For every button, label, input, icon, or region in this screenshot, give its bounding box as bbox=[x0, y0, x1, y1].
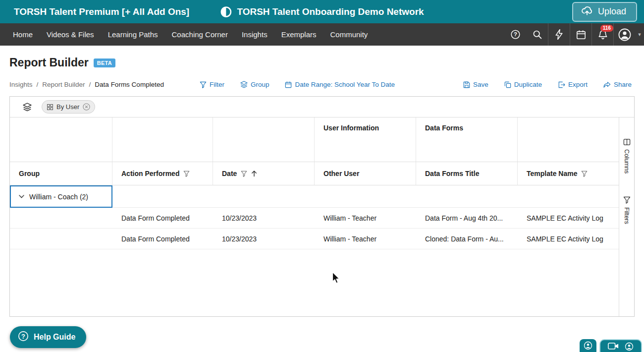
page-title-row: Report Builder BETA bbox=[9, 56, 635, 69]
table-row[interactable]: Data Form Completed 10/23/2023 William -… bbox=[10, 208, 619, 229]
help-guide-button[interactable]: ? Help Guide bbox=[10, 326, 86, 348]
group-header-empty bbox=[112, 117, 213, 162]
empty-cell bbox=[315, 185, 416, 208]
share-label: Share bbox=[614, 81, 632, 88]
notifications-bell-icon[interactable]: 116 bbox=[591, 23, 613, 46]
share-icon bbox=[603, 81, 611, 88]
nav-icon-cluster: ? 116 ▾ bbox=[504, 23, 644, 46]
report-table-container: By User User Information Data Forms bbox=[9, 96, 635, 317]
help-circle-icon: ? bbox=[18, 331, 29, 344]
nav-item-learning-paths[interactable]: Learning Paths bbox=[101, 23, 165, 46]
group-row-william-coach[interactable]: William - Coach (2) bbox=[10, 185, 112, 208]
empty-cell bbox=[10, 229, 112, 249]
group-row: William - Coach (2) bbox=[10, 185, 619, 208]
export-button[interactable]: Export bbox=[558, 81, 588, 88]
calendar-icon[interactable] bbox=[570, 23, 591, 46]
notification-count-badge: 116 bbox=[600, 25, 613, 32]
grouping-layers-icon[interactable] bbox=[23, 103, 32, 112]
person-icon bbox=[584, 341, 592, 350]
cell-data-forms-title: Cloned: Data Form - Au... bbox=[416, 229, 518, 249]
columns-panel-tab[interactable]: Columns bbox=[623, 138, 631, 174]
save-button[interactable]: Save bbox=[463, 81, 488, 88]
export-icon bbox=[558, 81, 565, 88]
person-icon bbox=[625, 342, 634, 351]
profile-chevron-down-icon[interactable]: ▾ bbox=[635, 23, 644, 46]
upload-label: Upload bbox=[598, 6, 626, 17]
help-guide-label: Help Guide bbox=[34, 333, 75, 342]
column-header-date[interactable]: Date bbox=[213, 162, 315, 185]
filter-label: Filter bbox=[210, 81, 224, 88]
group-by-user-chip[interactable]: By User bbox=[42, 100, 95, 114]
export-label: Export bbox=[568, 81, 588, 88]
breadcrumb-report-builder[interactable]: Report Builder bbox=[42, 81, 85, 88]
column-header-template-name[interactable]: Template Name bbox=[518, 162, 619, 185]
top-bar: TORSH Talent Premium [+ All Add Ons] TOR… bbox=[0, 0, 644, 23]
user-avatar[interactable] bbox=[613, 23, 635, 46]
header-group-row: User Information Data Forms bbox=[10, 117, 619, 162]
grid-icon bbox=[47, 104, 53, 110]
filter-button[interactable]: Filter bbox=[200, 81, 224, 88]
upload-button[interactable]: Upload bbox=[572, 2, 637, 22]
app-window: TORSH Talent Premium [+ All Add Ons] TOR… bbox=[0, 0, 644, 352]
video-camera-icon bbox=[608, 342, 619, 350]
share-button[interactable]: Share bbox=[603, 81, 632, 88]
nav-item-insights[interactable]: Insights bbox=[235, 23, 274, 46]
report-file-actions: Save Duplicate Export Share bbox=[463, 81, 632, 88]
column-header-action-performed[interactable]: Action Performed bbox=[112, 162, 213, 185]
cell-template-name: SAMPLE EC Activity Log bbox=[518, 208, 619, 228]
filters-panel-tab[interactable]: Filters bbox=[623, 196, 631, 224]
duplicate-button[interactable]: Duplicate bbox=[504, 81, 542, 88]
nav-item-home[interactable]: Home bbox=[6, 23, 40, 46]
support-widget-button[interactable] bbox=[580, 339, 596, 352]
duplicate-label: Duplicate bbox=[514, 81, 542, 88]
filter-funnel-icon[interactable] bbox=[581, 171, 588, 177]
torsh-logo-icon bbox=[220, 6, 232, 18]
save-icon bbox=[463, 81, 470, 88]
video-call-widget-button[interactable] bbox=[599, 339, 642, 352]
nav-item-coaching-corner[interactable]: Coaching Corner bbox=[165, 23, 235, 46]
column-header-group[interactable]: Group bbox=[10, 162, 112, 185]
nav-item-exemplars[interactable]: Exemplars bbox=[274, 23, 323, 46]
group-header-empty bbox=[518, 117, 619, 162]
table-wrap: User Information Data Forms Group Action… bbox=[10, 117, 634, 316]
main-nav: Home Videos & Files Learning Paths Coach… bbox=[0, 23, 644, 46]
cell-template-name: SAMPLE EC Activity Log bbox=[518, 229, 619, 249]
cell-other-user: William - Teacher bbox=[315, 208, 416, 228]
duplicate-icon bbox=[504, 81, 511, 88]
column-header-data-forms-title[interactable]: Data Forms Title bbox=[416, 162, 518, 185]
upload-cloud-icon bbox=[581, 5, 593, 18]
chip-close-icon[interactable] bbox=[83, 103, 90, 111]
nav-item-community[interactable]: Community bbox=[323, 23, 375, 46]
cell-data-forms-title: Data Form - Aug 4th 20... bbox=[416, 208, 518, 228]
filter-funnel-icon[interactable] bbox=[241, 171, 247, 177]
group-header-empty bbox=[10, 117, 112, 162]
main-content: Report Builder BETA Insights / Report Bu… bbox=[0, 56, 644, 317]
chip-label: By User bbox=[56, 103, 79, 111]
breadcrumb-insights[interactable]: Insights bbox=[9, 81, 33, 88]
network-title: TORSH Talent Onboarding Demo Network bbox=[237, 6, 424, 17]
report-config-actions: Filter Group Date Range: School Year To … bbox=[200, 81, 395, 88]
breadcrumb-separator: / bbox=[89, 81, 91, 88]
filter-funnel-icon bbox=[200, 81, 207, 88]
table-row[interactable]: Data Form Completed 10/23/2023 William -… bbox=[10, 229, 619, 249]
cell-date: 10/23/2023 bbox=[213, 208, 315, 228]
svg-text:?: ? bbox=[514, 31, 517, 37]
search-icon[interactable] bbox=[526, 23, 548, 46]
breadcrumb: Insights / Report Builder / Data Forms C… bbox=[9, 81, 164, 88]
cell-other-user: William - Teacher bbox=[315, 229, 416, 249]
date-range-button[interactable]: Date Range: School Year To Date bbox=[285, 81, 395, 88]
cell-action-performed: Data Form Completed bbox=[112, 208, 213, 228]
empty-cell bbox=[518, 185, 619, 208]
layers-icon bbox=[240, 81, 248, 88]
group-button[interactable]: Group bbox=[240, 81, 269, 88]
empty-cell bbox=[112, 185, 213, 208]
column-header-other-user[interactable]: Other User bbox=[315, 162, 416, 185]
quick-actions-bolt-icon[interactable] bbox=[548, 23, 570, 46]
chevron-down-icon bbox=[19, 195, 24, 198]
sort-ascending-icon[interactable] bbox=[251, 170, 257, 177]
help-icon[interactable]: ? bbox=[504, 23, 526, 46]
filter-funnel-icon[interactable] bbox=[183, 171, 190, 177]
nav-item-videos-files[interactable]: Videos & Files bbox=[40, 23, 101, 46]
svg-text:?: ? bbox=[21, 333, 25, 340]
network-title-group: TORSH Talent Onboarding Demo Network bbox=[220, 0, 424, 23]
